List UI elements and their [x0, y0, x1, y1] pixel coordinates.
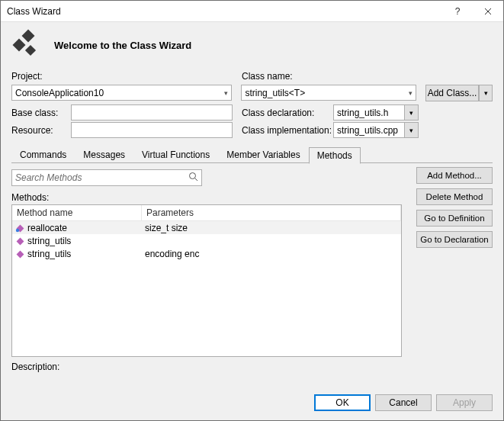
class-declaration-dropdown[interactable]: ▾	[405, 104, 419, 121]
class-declaration-label: Class declaration:	[242, 108, 314, 118]
col-method-name[interactable]: Method name	[12, 205, 142, 220]
class-declaration-field[interactable]: string_utils.h	[333, 104, 405, 121]
chevron-down-icon: ▾	[409, 89, 413, 97]
svg-point-3	[190, 173, 196, 179]
grid-body[interactable]: reallocate size_t size string_utils stri…	[12, 221, 401, 356]
form-area: Project: Class name: ConsoleApplication1…	[1, 66, 503, 140]
titlebar-buttons: ?	[442, 1, 503, 21]
search-methods-input[interactable]: Search Methods	[11, 169, 202, 186]
tab-messages[interactable]: Messages	[75, 146, 133, 162]
close-button[interactable]	[473, 1, 503, 21]
cancel-button[interactable]: Cancel	[375, 394, 432, 411]
svg-rect-1	[13, 39, 26, 52]
add-class-split-button: Add Class... ▾	[425, 85, 493, 101]
tab-virtual-functions[interactable]: Virtual Functions	[133, 146, 218, 162]
class-name-combo[interactable]: string_utils<T> ▾	[241, 85, 416, 101]
tab-member-variables[interactable]: Member Variables	[218, 146, 308, 162]
table-row[interactable]: string_utils encoding enc	[12, 247, 401, 260]
col-parameters[interactable]: Parameters	[142, 205, 401, 220]
class-wizard-dialog: Class Wizard ? Welcome to the Class Wiza…	[0, 0, 504, 421]
class-name-value: string_utils<T>	[245, 88, 305, 98]
svg-rect-8	[17, 250, 24, 258]
tab-bar: Commands Messages Virtual Functions Memb…	[11, 146, 493, 163]
ok-button[interactable]: OK	[314, 394, 371, 411]
footer: OK Cancel Apply	[1, 387, 503, 420]
grid-header: Method name Parameters	[12, 205, 401, 221]
base-class-label: Base class:	[11, 108, 58, 118]
description-label: Description:	[11, 362, 493, 372]
svg-rect-7	[17, 237, 24, 245]
apply-button: Apply	[436, 394, 493, 411]
window-title: Class Wizard	[7, 6, 442, 17]
tab-methods[interactable]: Methods	[309, 147, 361, 164]
delete-method-button[interactable]: Delete Method	[416, 188, 493, 205]
method-icon	[15, 223, 24, 233]
search-placeholder: Search Methods	[15, 172, 82, 183]
table-row[interactable]: string_utils	[12, 234, 401, 247]
help-button[interactable]: ?	[442, 1, 473, 21]
add-class-button[interactable]: Add Class...	[425, 85, 479, 101]
svg-rect-2	[25, 45, 36, 56]
project-value: ConsoleApplication10	[15, 88, 104, 98]
methods-grid: Method name Parameters reallocate size_t…	[11, 204, 402, 357]
go-to-declaration-button[interactable]: Go to Declaration	[416, 231, 493, 248]
header: Welcome to the Class Wizard	[1, 22, 503, 66]
class-name-label: Class name:	[242, 71, 417, 82]
table-row[interactable]: reallocate size_t size	[12, 221, 401, 234]
wizard-logo-icon	[10, 28, 43, 62]
svg-rect-0	[22, 30, 35, 43]
chevron-down-icon: ▾	[224, 89, 228, 97]
class-implementation-label: Class implementation:	[242, 125, 332, 136]
method-icon	[15, 236, 24, 246]
side-buttons: Add Method... Delete Method Go to Defini…	[416, 167, 493, 248]
tab-commands[interactable]: Commands	[11, 146, 75, 162]
go-to-definition-button[interactable]: Go to Definition	[416, 210, 493, 227]
svg-point-6	[16, 228, 19, 231]
svg-line-4	[195, 178, 198, 182]
method-icon	[15, 249, 24, 259]
resource-field[interactable]	[71, 122, 233, 138]
welcome-heading: Welcome to the Class Wizard	[54, 40, 191, 51]
add-method-button[interactable]: Add Method...	[416, 167, 493, 184]
base-class-field[interactable]	[71, 104, 233, 121]
resource-label: Resource:	[11, 125, 53, 136]
class-implementation-field[interactable]: string_utils.cpp	[333, 122, 405, 138]
search-icon	[188, 172, 198, 184]
add-class-dropdown[interactable]: ▾	[479, 85, 493, 101]
close-icon	[484, 8, 492, 15]
titlebar: Class Wizard ?	[1, 1, 503, 22]
class-implementation-dropdown[interactable]: ▾	[405, 122, 419, 138]
project-label: Project:	[11, 71, 233, 82]
project-combo[interactable]: ConsoleApplication10 ▾	[11, 85, 232, 101]
